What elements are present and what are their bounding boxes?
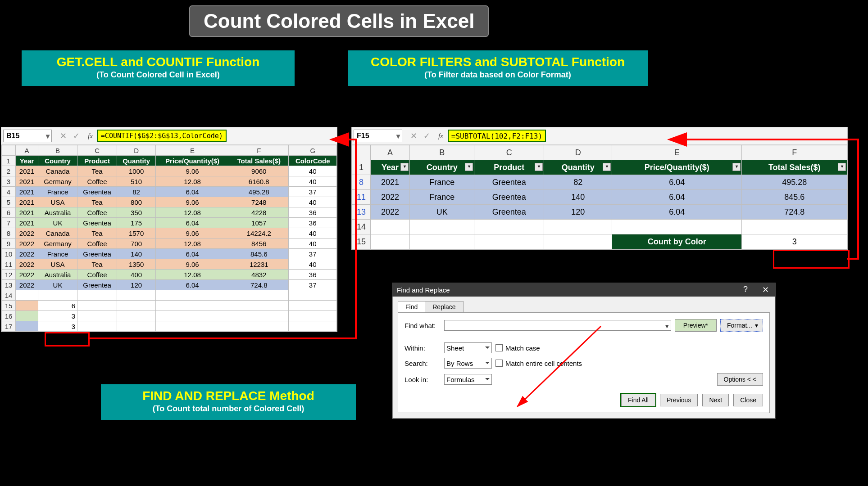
cell[interactable]: 4228 [229, 207, 289, 218]
cell[interactable]: 8456 [229, 238, 289, 249]
cell[interactable]: Tea [77, 197, 117, 207]
cell[interactable]: Canada [38, 228, 77, 238]
cell[interactable]: 9060 [229, 166, 289, 176]
table-row[interactable]: 22021CanadaTea10009.06906040 [2, 166, 337, 176]
chevron-down-icon[interactable]: ▾ [755, 322, 758, 329]
cancel-icon[interactable]: ✕ [410, 131, 417, 141]
chevron-down-icon[interactable]: ▾ [396, 132, 400, 140]
row-number[interactable]: 11 [2, 259, 16, 270]
tab-replace[interactable]: Replace [425, 301, 463, 313]
table-row[interactable]: 122022AustraliaCoffee40012.08483236 [2, 270, 337, 280]
cell[interactable]: 7248 [229, 197, 289, 207]
cell[interactable]: 40 [289, 197, 337, 207]
cell[interactable]: 2021 [16, 207, 38, 218]
cell[interactable]: Greentea [77, 218, 117, 228]
row-number[interactable]: 9 [2, 238, 16, 249]
namebox[interactable]: B15 ▾ [3, 130, 52, 142]
table-row[interactable]: 82021FranceGreentea826.04495.28 [352, 175, 847, 190]
help-icon[interactable]: ? [736, 285, 755, 295]
row-number[interactable]: 5 [2, 197, 16, 207]
cell[interactable]: USA [38, 197, 77, 207]
cell[interactable]: 350 [117, 207, 156, 218]
row-number[interactable]: 8 [2, 228, 16, 238]
chevron-down-icon[interactable]: ▾ [46, 132, 50, 140]
search-combo[interactable]: By Rows [444, 358, 492, 369]
options-button[interactable]: Options < < [717, 373, 763, 386]
row-number[interactable]: 6 [2, 207, 16, 218]
cell[interactable]: 40 [289, 228, 337, 238]
cell[interactable]: 2021 [16, 197, 38, 207]
col-header[interactable]: E [612, 145, 742, 160]
cell[interactable]: Australia [38, 207, 77, 218]
close-icon[interactable]: ✕ [755, 285, 775, 295]
cell[interactable]: Canada [38, 166, 77, 176]
cell[interactable]: Coffee [77, 270, 117, 280]
cell[interactable]: Greentea [474, 190, 544, 205]
cell[interactable]: 37 [289, 187, 337, 197]
match-case-checkbox[interactable]: Match case [495, 344, 540, 352]
cell[interactable]: 120 [544, 205, 612, 220]
namebox[interactable]: F15 ▾ [354, 130, 402, 142]
cell[interactable]: 6.04 [156, 187, 229, 197]
cell[interactable]: Tea [77, 228, 117, 238]
cell[interactable]: 495.28 [229, 187, 289, 197]
cell[interactable]: 12.08 [156, 207, 229, 218]
cell[interactable]: 2022 [371, 205, 410, 220]
cell[interactable]: 36 [289, 270, 337, 280]
table-row[interactable]: 82022CanadaTea15709.0614224.240 [2, 228, 337, 238]
cell[interactable]: 724.8 [229, 280, 289, 290]
filter-icon[interactable]: ▾ [535, 163, 543, 171]
cell[interactable]: 2021 [16, 166, 38, 176]
fx-icon[interactable]: fx [88, 132, 93, 140]
cell[interactable]: UK [38, 218, 77, 228]
result-cell[interactable]: 6 [38, 301, 77, 311]
cell[interactable]: Tea [77, 259, 117, 270]
cell[interactable]: 2021 [371, 175, 410, 190]
cell[interactable]: 40 [289, 166, 337, 176]
cell[interactable]: 6.04 [612, 175, 742, 190]
table-header[interactable]: Price/Quantity($) [156, 156, 229, 166]
cell[interactable]: 6.04 [156, 249, 229, 259]
cell[interactable]: Greentea [77, 187, 117, 197]
table-header[interactable]: Price/Quantity($)▾ [612, 160, 742, 175]
spreadsheet-grid-left[interactable]: ABCDEFG1YearCountryProductQuantityPrice/… [1, 145, 337, 332]
row-number[interactable]: 12 [2, 270, 16, 280]
table-header[interactable]: Year [16, 156, 38, 166]
col-header[interactable]: C [77, 145, 117, 156]
previous-button[interactable]: Previous [660, 394, 698, 406]
cell[interactable]: USA [38, 259, 77, 270]
lookin-combo[interactable]: Formulas [444, 374, 492, 385]
accept-icon[interactable]: ✓ [73, 131, 80, 141]
table-row[interactable]: 102022FranceGreentea1406.04845.637 [2, 249, 337, 259]
cell[interactable]: 2022 [16, 249, 38, 259]
cell[interactable]: Germany [38, 238, 77, 249]
result-cell[interactable]: 3 [38, 311, 77, 321]
row-number[interactable]: 8 [352, 175, 371, 190]
cell[interactable]: Greentea [77, 280, 117, 290]
col-header[interactable]: B [38, 145, 77, 156]
cell[interactable]: 700 [117, 238, 156, 249]
col-header[interactable]: G [289, 145, 337, 156]
cell[interactable]: 510 [117, 176, 156, 187]
cell[interactable]: 2022 [16, 259, 38, 270]
cell[interactable]: 4832 [229, 270, 289, 280]
preview-button[interactable]: Preview* [675, 319, 717, 332]
spreadsheet-grid-right[interactable]: ABCDEF1Year▾Country▾Product▾Quantity▾Pri… [352, 145, 847, 249]
formula-input[interactable]: =COUNTIF($G$2:$G$13,ColorCode) [97, 130, 227, 142]
cell[interactable]: 495.28 [742, 175, 847, 190]
table-row[interactable]: 62021AustraliaCoffee35012.08422836 [2, 207, 337, 218]
filter-icon[interactable]: ▾ [400, 163, 409, 171]
table-row[interactable]: 42021FranceGreentea826.04495.2837 [2, 187, 337, 197]
cell[interactable]: Greentea [77, 249, 117, 259]
table-header[interactable]: Product▾ [474, 160, 544, 175]
cell[interactable]: 6.04 [156, 280, 229, 290]
cell[interactable]: 845.6 [229, 249, 289, 259]
cell[interactable]: 2022 [16, 280, 38, 290]
tab-find[interactable]: Find [398, 301, 425, 313]
next-button[interactable]: Next [702, 394, 729, 406]
cell[interactable]: 40 [289, 238, 337, 249]
table-row[interactable]: 132022UKGreentea1206.04724.837 [2, 280, 337, 290]
row-number[interactable]: 7 [2, 218, 16, 228]
table-row[interactable]: 92022GermanyCoffee70012.08845640 [2, 238, 337, 249]
match-entire-checkbox[interactable]: Match entire cell contents [495, 360, 582, 367]
